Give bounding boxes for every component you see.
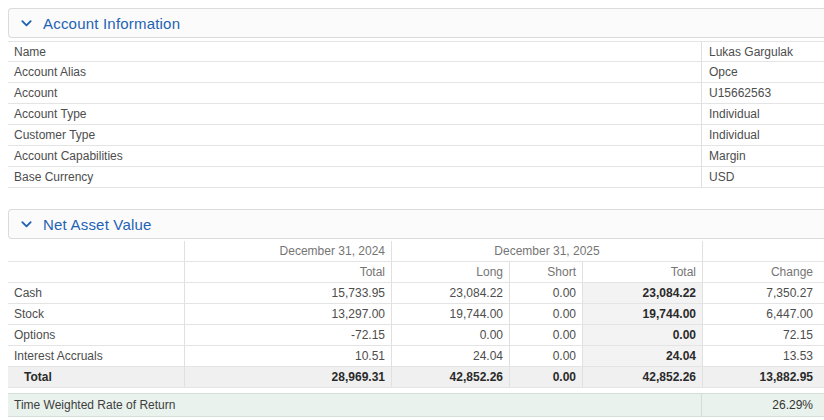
account-information-header[interactable]: Account Information [8, 8, 824, 38]
row-label: Account Type [8, 104, 702, 124]
short-value: 0.00 [510, 325, 583, 345]
change-value: 13.53 [703, 346, 824, 366]
section-title: Net Asset Value [43, 216, 152, 233]
change-value: 6,447.00 [703, 304, 824, 324]
long-value: 19,744.00 [392, 304, 510, 324]
row-label: Account Alias [8, 62, 702, 82]
row-value: Opce [702, 62, 824, 82]
row-value: U15662563 [702, 83, 824, 103]
net-asset-value-table: December 31, 2024 December 31, 2025 Tota… [8, 241, 824, 388]
short-value: 0.00 [510, 346, 583, 366]
time-weighted-return-row: Time Weighted Rate of Return 26.29% [8, 393, 824, 417]
change-value: 7,350.27 [703, 283, 824, 303]
account-information-table: Name Lukas Gargulak Account Alias Opce A… [8, 41, 824, 188]
table-row-interest-accruals: Interest Accruals 10.51 24.04 0.00 24.04… [8, 346, 824, 367]
long-value: 42,852.26 [392, 367, 510, 387]
empty-cell [703, 241, 824, 261]
col-header-short: Short [510, 262, 583, 282]
total-2024-value: 15,733.95 [185, 283, 392, 303]
row-value: Lukas Gargulak [702, 42, 824, 61]
row-value: Individual [702, 104, 824, 124]
row-label: Account Capabilities [8, 146, 702, 166]
total-2025-value: 19,744.00 [583, 304, 703, 324]
short-value: 0.00 [510, 304, 583, 324]
twr-value: 26.29% [702, 394, 824, 416]
date-2024-header: December 31, 2024 [185, 241, 392, 261]
long-value: 24.04 [392, 346, 510, 366]
row-label: Base Currency [8, 167, 702, 187]
account-info-row: Account Alias Opce [8, 62, 824, 83]
column-header-row: Total Long Short Total Change [8, 262, 824, 283]
row-value: USD [702, 167, 824, 187]
chevron-down-icon [20, 218, 33, 231]
table-row-cash: Cash 15,733.95 23,084.22 0.00 23,084.22 … [8, 283, 824, 304]
row-label: Options [8, 325, 185, 345]
account-info-row: Customer Type Individual [8, 125, 824, 146]
total-2024-value: 13,297.00 [185, 304, 392, 324]
row-label: Cash [8, 283, 185, 303]
net-asset-value-header[interactable]: Net Asset Value [8, 209, 824, 239]
total-2025-value: 23,084.22 [583, 283, 703, 303]
account-info-row: Name Lukas Gargulak [8, 41, 824, 62]
total-2025-value: 0.00 [583, 325, 703, 345]
total-2024-value: 28,969.31 [185, 367, 392, 387]
row-label: Account [8, 83, 702, 103]
change-value: 72.15 [703, 325, 824, 345]
corner-cell [8, 241, 185, 261]
table-row-stock: Stock 13,297.00 19,744.00 0.00 19,744.00… [8, 304, 824, 325]
short-value: 0.00 [510, 283, 583, 303]
chevron-down-icon [20, 17, 33, 30]
table-row-options: Options -72.15 0.00 0.00 0.00 72.15 [8, 325, 824, 346]
account-info-row: Account U15662563 [8, 83, 824, 104]
change-value: 13,882.95 [703, 367, 824, 387]
account-info-row: Base Currency USD [8, 167, 824, 188]
twr-label: Time Weighted Rate of Return [8, 394, 702, 416]
row-label: Interest Accruals [8, 346, 185, 366]
row-label: Total [8, 367, 185, 387]
row-label: Customer Type [8, 125, 702, 145]
account-info-row: Account Type Individual [8, 104, 824, 125]
col-header-long: Long [392, 262, 510, 282]
row-label: Stock [8, 304, 185, 324]
short-value: 0.00 [510, 367, 583, 387]
total-2025-value: 24.04 [583, 346, 703, 366]
empty-cell [8, 262, 185, 282]
account-info-row: Account Capabilities Margin [8, 146, 824, 167]
row-value: Margin [702, 146, 824, 166]
table-row-total: Total 28,969.31 42,852.26 0.00 42,852.26… [8, 367, 824, 388]
section-title: Account Information [43, 15, 180, 32]
col-header-change: Change [703, 262, 824, 282]
col-header-total-2025: Total [583, 262, 703, 282]
total-2024-value: 10.51 [185, 346, 392, 366]
long-value: 23,084.22 [392, 283, 510, 303]
row-label: Name [8, 42, 702, 61]
total-2025-value: 42,852.26 [583, 367, 703, 387]
date-header-row: December 31, 2024 December 31, 2025 [8, 241, 824, 262]
date-2025-header: December 31, 2025 [392, 241, 703, 261]
total-2024-value: -72.15 [185, 325, 392, 345]
row-value: Individual [702, 125, 824, 145]
col-header-total-2024: Total [185, 262, 392, 282]
long-value: 0.00 [392, 325, 510, 345]
